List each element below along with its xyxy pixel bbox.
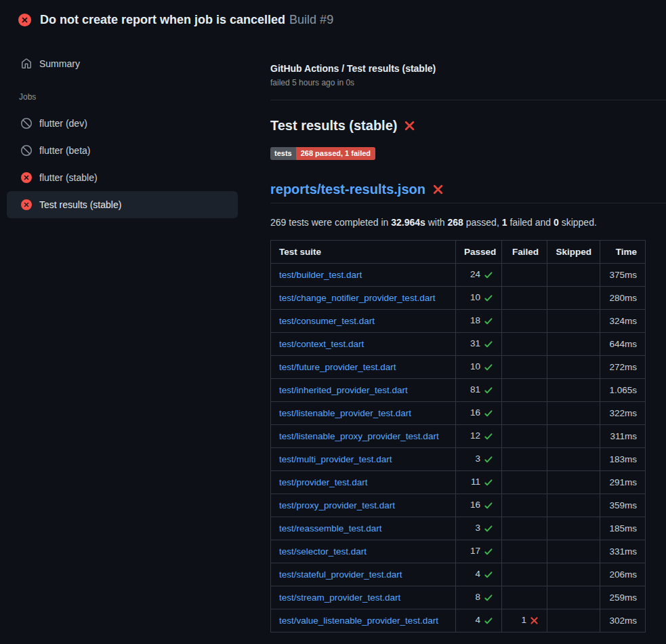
table-row: test/change_notifier_provider_test.dart1… — [271, 287, 646, 310]
time-cell: 1.065s — [600, 379, 646, 402]
table-row: test/listenable_provider_test.dart16322m… — [271, 402, 646, 425]
skipped-cell — [547, 402, 600, 425]
passed-count: 11 — [471, 477, 480, 487]
check-icon — [484, 270, 493, 281]
sidebar-item-flutter-dev[interactable]: flutter (dev) — [7, 110, 238, 137]
sidebar-summary-label: Summary — [39, 58, 80, 69]
passed-cell: 18 — [456, 310, 502, 333]
build-title-text: Do not create report when job is cancell… — [40, 13, 285, 26]
failed-cell — [502, 586, 547, 609]
suite-link[interactable]: test/inherited_provider_test.dart — [279, 385, 408, 395]
skipped-cell — [547, 517, 600, 540]
passed-count: 4 — [475, 569, 480, 579]
time-cell: 272ms — [600, 356, 646, 379]
check-icon — [484, 593, 493, 603]
table-row: test/context_test.dart31644ms — [271, 333, 646, 356]
main-content: GitHub Actions / Test results (stable) f… — [270, 38, 666, 632]
check-icon — [484, 386, 493, 396]
table-row: test/stateful_provider_test.dart4206ms — [271, 563, 646, 586]
check-icon — [484, 455, 493, 465]
suite-link[interactable]: test/stateful_provider_test.dart — [279, 569, 402, 580]
suite-link[interactable]: test/consumer_test.dart — [279, 316, 375, 326]
build-number: Build #9 — [289, 13, 333, 26]
failed-cell — [502, 563, 547, 586]
table-row: test/inherited_provider_test.dart811.065… — [271, 379, 646, 402]
check-icon — [484, 294, 493, 304]
suite-link[interactable]: test/value_listenable_provider_test.dart — [279, 616, 438, 626]
suite-link[interactable]: test/provider_test.dart — [279, 477, 368, 487]
passed-cell: 3 — [456, 448, 502, 471]
suite-link[interactable]: test/change_notifier_provider_test.dart — [279, 293, 435, 303]
skipped-cell — [547, 264, 600, 287]
suite-link[interactable]: test/builder_test.dart — [279, 270, 362, 280]
failed-cell — [502, 517, 547, 540]
sidebar-item-summary[interactable]: Summary — [7, 50, 238, 77]
passed-count: 16 — [470, 407, 480, 418]
sidebar: Summary Jobs flutter (dev)flutter (beta)… — [0, 38, 270, 218]
passed-count: 4 — [475, 615, 480, 625]
status-line: failed 5 hours ago in 0s — [270, 78, 666, 87]
col-header-skipped: Skipped — [547, 241, 600, 264]
suite-link[interactable]: test/context_test.dart — [279, 339, 364, 349]
passed-cell: 3 — [456, 517, 502, 540]
time-cell: 322ms — [600, 402, 646, 425]
suite-link[interactable]: test/listenable_proxy_provider_test.dart — [279, 431, 439, 441]
passed-count: 16 — [470, 500, 480, 510]
skipped-cell — [547, 471, 600, 494]
passed-cell: 12 — [456, 425, 502, 448]
passed-cell: 16 — [456, 494, 502, 517]
summary-text: passed, — [463, 217, 502, 228]
check-icon — [484, 432, 493, 442]
table-header-row: Test suitePassedFailedSkippedTime — [271, 241, 646, 264]
sidebar-item-test-results-stable[interactable]: Test results (stable) — [7, 191, 238, 218]
failed-cell — [502, 356, 547, 379]
suite-cell: test/listenable_provider_test.dart — [271, 402, 456, 425]
table-row: test/value_listenable_provider_test.dart… — [271, 609, 646, 632]
time-cell: 280ms — [600, 287, 646, 310]
tests-badge-label: tests — [270, 147, 296, 160]
summary-text: 269 tests were completed in — [270, 217, 391, 228]
circle-slash-icon — [21, 118, 32, 129]
report-heading: reports/test-results.json — [270, 182, 666, 203]
passed-cell: 17 — [456, 540, 502, 563]
summary-text: with — [425, 217, 448, 228]
suite-link[interactable]: test/listenable_provider_test.dart — [279, 408, 411, 418]
check-icon — [484, 363, 493, 373]
suite-cell: test/stream_provider_test.dart — [271, 586, 456, 609]
time-cell: 183ms — [600, 448, 646, 471]
col-header-time: Time — [600, 241, 646, 264]
summary-bold-value: 0 — [554, 217, 559, 228]
skipped-cell — [547, 356, 600, 379]
passed-count: 17 — [470, 546, 480, 556]
failed-cell — [502, 448, 547, 471]
time-cell: 375ms — [600, 264, 646, 287]
failed-cell — [502, 287, 547, 310]
suite-link[interactable]: test/proxy_provider_test.dart — [279, 500, 395, 510]
report-link[interactable]: reports/test-results.json — [270, 182, 425, 197]
suite-link[interactable]: test/multi_provider_test.dart — [279, 454, 392, 464]
suite-link[interactable]: test/future_provider_test.dart — [279, 362, 396, 372]
job-label: flutter (beta) — [39, 145, 90, 156]
failed-cell — [502, 310, 547, 333]
suite-cell: test/change_notifier_provider_test.dart — [271, 287, 456, 310]
job-label: flutter (stable) — [39, 172, 98, 183]
suite-link[interactable]: test/selector_test.dart — [279, 546, 367, 557]
suite-cell: test/reassemble_test.dart — [271, 517, 456, 540]
suite-cell: test/inherited_provider_test.dart — [271, 379, 456, 402]
sidebar-item-flutter-beta[interactable]: flutter (beta) — [7, 137, 238, 164]
failed-x-icon — [432, 184, 444, 195]
suite-cell: test/proxy_provider_test.dart — [271, 494, 456, 517]
suite-cell: test/context_test.dart — [271, 333, 456, 356]
time-cell: 644ms — [600, 333, 646, 356]
suite-link[interactable]: test/stream_provider_test.dart — [279, 592, 400, 603]
table-row: test/future_provider_test.dart10272ms — [271, 356, 646, 379]
suite-cell: test/selector_test.dart — [271, 540, 456, 563]
failed-x-icon — [404, 120, 415, 132]
tests-badge-value: 268 passed, 1 failed — [296, 147, 375, 160]
passed-cell: 8 — [456, 586, 502, 609]
sidebar-item-flutter-stable[interactable]: flutter (stable) — [7, 164, 238, 191]
time-cell: 324ms — [600, 310, 646, 333]
passed-count: 10 — [470, 361, 480, 371]
table-row: test/multi_provider_test.dart3183ms — [271, 448, 646, 471]
suite-link[interactable]: test/reassemble_test.dart — [279, 523, 382, 534]
